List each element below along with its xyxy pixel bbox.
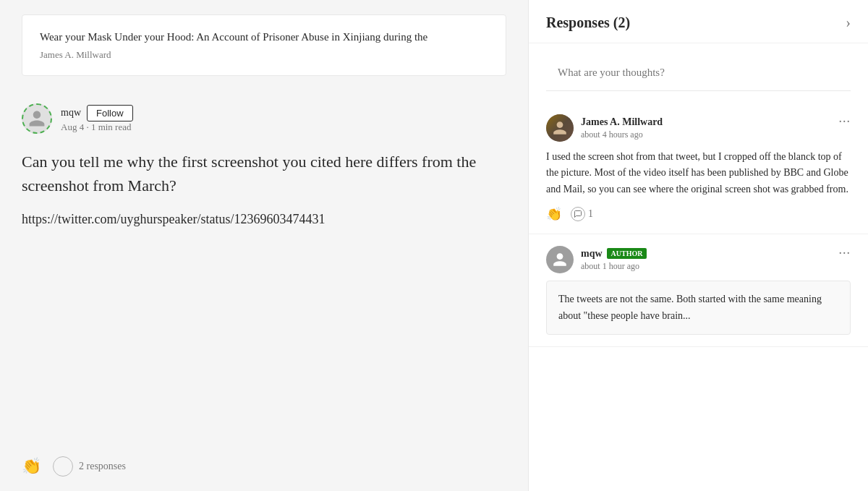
left-panel: Wear your Mask Under your Hood: An Accou… [0,0,528,491]
responder-info-1: James A. Millward about 4 hours ago [581,116,663,140]
comment-date: Aug 4 · 1 min read [61,121,133,133]
response-user-1: James A. Millward about 4 hours ago [546,114,663,142]
follow-button[interactable]: Follow [87,105,133,121]
responder-time-1: about 4 hours ago [581,129,663,140]
close-panel-icon[interactable]: › [846,14,851,31]
commenter-username: mqw [61,107,81,119]
comment-actions: 👏 2 responses [0,449,148,484]
person-icon-1 [552,120,568,136]
response-clap-1[interactable]: 👏 [546,206,562,222]
responder-avatar-2 [546,246,574,273]
comment-icon-1 [574,210,582,218]
responder-name-1: James A. Millward [581,116,663,128]
response-reply-text: The tweets are not the same. Both starte… [558,291,838,324]
response-item: James A. Millward about 4 hours ago ··· … [529,103,868,234]
commenter-avatar [22,103,52,134]
response-count[interactable]: 2 responses [53,456,126,477]
responder-info-2: mqw AUTHOR about 1 hour ago [581,248,647,272]
more-options-2[interactable]: ··· [839,246,851,261]
person-icon-2 [552,252,568,268]
author-badge: AUTHOR [607,248,647,259]
right-panel: Responses (2) › James A. Millward about … [528,0,868,491]
responder-avatar-1 [546,114,574,142]
comment-user-info: mqw Follow [61,105,133,121]
responses-title: Responses (2) [546,14,630,31]
response-reply-1[interactable]: 1 [571,207,593,221]
response-reply-box: The tweets are not the same. Both starte… [546,281,851,335]
clap-icon[interactable]: 👏 [22,457,41,476]
comment-user-block: mqw Follow Aug 4 · 1 min read [61,105,133,133]
response-header-1: James A. Millward about 4 hours ago ··· [546,114,851,142]
article-author: James A. Millward [40,49,488,61]
avatar-photo-1 [546,114,574,142]
reply-circle-icon-1 [571,207,585,221]
comment-text: Can you tell me why the first screenshot… [22,150,506,197]
thought-input[interactable] [546,55,851,91]
reply-count-1: 1 [588,208,593,220]
responder-name-row-2: mqw AUTHOR [581,248,647,260]
article-title: Wear your Mask Under your Hood: An Accou… [40,30,488,45]
response-actions-1: 👏 1 [546,206,851,222]
article-card: Wear your Mask Under your Hood: An Accou… [22,14,506,76]
response-item-2: mqw AUTHOR about 1 hour ago ··· The twee… [529,234,868,347]
responder-time-2: about 1 hour ago [581,261,647,272]
response-header-2: mqw AUTHOR about 1 hour ago ··· [546,246,851,273]
responder-name-2: mqw [581,248,603,260]
comment-meta: mqw Follow Aug 4 · 1 min read [0,90,528,142]
comment-link[interactable]: https://twitter.com/uyghurspeaker/status… [22,212,506,227]
response-text-1: I used the screen shot from that tweet, … [546,149,851,197]
comment-body: Can you tell me why the first screenshot… [0,142,528,242]
response-circle-icon [53,456,73,477]
more-options-1[interactable]: ··· [839,114,851,129]
response-user-2: mqw AUTHOR about 1 hour ago [546,246,647,273]
responses-header: Responses (2) › [529,0,868,43]
person-icon [27,109,46,128]
response-count-label: 2 responses [79,461,126,472]
